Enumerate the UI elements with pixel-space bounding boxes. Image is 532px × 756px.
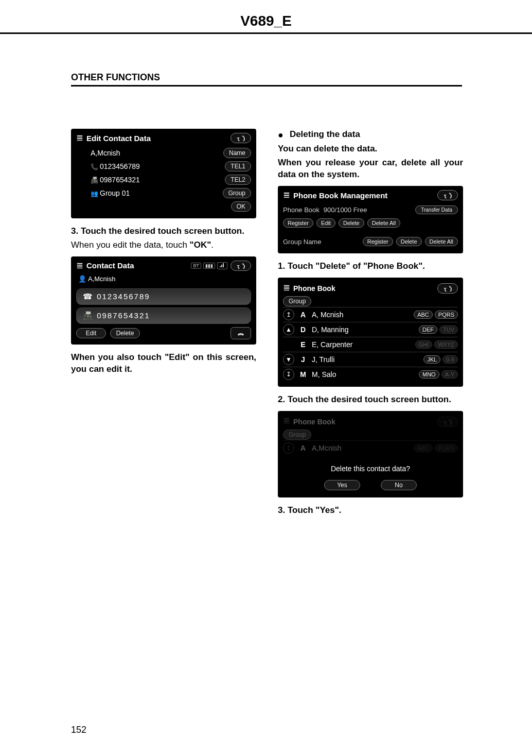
no-button[interactable]: No (381, 480, 417, 490)
scroll-down-icon[interactable]: ▼ (283, 354, 294, 365)
svg-rect-0 (77, 135, 83, 137)
contact-name: A,Mcnish (88, 275, 115, 283)
edit-row-ok: OK (76, 200, 251, 213)
back-button[interactable] (230, 261, 251, 271)
contact-tel2[interactable]: 📠 0987654321 (76, 307, 251, 324)
screen-title: Edit Contact Data (86, 134, 227, 143)
list-item[interactable]: ▼ J J, Trulli JKL0-9 (283, 352, 458, 367)
wxyz-button: WXYZ (434, 340, 458, 349)
contact-name: E, Carpenter (312, 340, 415, 349)
left-step-3-sub: When you edit the data, touch "OK". (71, 239, 256, 251)
free-count: 900/1000 Free (324, 206, 411, 214)
back-button[interactable] (437, 190, 458, 200)
bullet-deleting: ● Deleting the data (278, 129, 463, 141)
pqrs-button: PQRS (435, 444, 458, 452)
screen-title: Contact Data (86, 261, 188, 270)
tuv-button: TUV (439, 325, 458, 334)
group-button[interactable]: Group (223, 188, 251, 198)
transfer-data-button[interactable]: Transfer Data (415, 205, 458, 214)
svg-rect-13 (284, 421, 290, 422)
jkl-button[interactable]: JKL (423, 355, 440, 364)
groupname-label: Group Name (283, 238, 321, 246)
edit-row-tel2: 📠0987654321 TEL2 (76, 173, 251, 186)
person-icon: 👤 (78, 275, 86, 283)
scroll-top-icon[interactable]: ↥ (283, 309, 294, 320)
list-item[interactable]: ↥ A A, Mcnish ABCPQRS (283, 307, 458, 322)
right-p1: You can delete the data. (278, 143, 463, 155)
num-button: 0-9 (442, 355, 458, 364)
list-item[interactable]: ▲ D D, Manning DEFTUV (283, 322, 458, 337)
contact-name: A,Mcnish (312, 444, 414, 452)
grp-delete-button[interactable]: Delete (396, 237, 422, 246)
group-tab: Group (283, 429, 311, 440)
name-button[interactable]: Name (223, 148, 251, 158)
edit-button[interactable]: Edit (316, 218, 335, 228)
ay-button: A-Y (441, 370, 458, 379)
contact-name: D, Manning (312, 325, 419, 334)
phone-icon: 📞 (91, 163, 100, 170)
tel2-button[interactable]: TEL2 (225, 175, 251, 185)
edit-button[interactable]: Edit (76, 328, 106, 338)
letter: M (297, 370, 309, 379)
back-button[interactable] (437, 283, 458, 294)
letter: A (297, 444, 309, 452)
letter: E (297, 340, 309, 349)
grp-delete-all-button[interactable]: Delete All (425, 237, 458, 246)
right-step-2: 2. Touch the desired touch screen button… (278, 394, 463, 406)
grp-register-button[interactable]: Register (363, 237, 393, 246)
tel1-button[interactable]: TEL1 (225, 161, 251, 171)
group-icon: 👥 (91, 190, 100, 197)
screen-phonebook-mgmt: Phone Book Management Phone Book 900/100… (278, 186, 463, 253)
screen-phonebook-list: Phone Book Group ↥ A A, Mcnish ABCPQRS ▲… (278, 278, 463, 387)
name-value: A,Mcnish (76, 149, 209, 157)
ok-button[interactable]: OK (231, 201, 251, 212)
yes-button[interactable]: Yes (324, 480, 360, 490)
bullet-dot-icon: ● (278, 129, 283, 141)
group-tab[interactable]: Group (283, 296, 311, 306)
right-column: ● Deleting the data You can delete the d… (278, 129, 463, 519)
tel2-value: 0987654321 (100, 176, 140, 184)
left-column: Edit Contact Data A,Mcnish Name 📞0123456… (71, 124, 256, 377)
tel1-value: 0123456789 (97, 292, 150, 301)
svg-rect-3 (77, 263, 83, 265)
call-button[interactable] (230, 327, 251, 339)
delete-button[interactable]: Delete (110, 328, 140, 338)
tel1-value: 0123456789 (100, 162, 140, 170)
delete-button[interactable]: Delete (339, 218, 364, 228)
phone-icon: ☎ (83, 292, 94, 301)
abc-button[interactable]: ABC (414, 311, 433, 319)
list-item[interactable]: E E, Carpenter GHIWXYZ (283, 337, 458, 352)
group-value: Group 01 (100, 189, 130, 197)
abc-button: ABC (414, 444, 433, 452)
left-step-3: 3. Touch the desired touch screen button… (71, 226, 256, 237)
register-button[interactable]: Register (283, 218, 313, 228)
right-p2: When you release your car, delete all yo… (278, 157, 463, 181)
screen-title: Phone Book (293, 284, 434, 293)
left-note: When you also touch "Edit" on this scree… (71, 352, 256, 375)
scroll-bottom-icon[interactable]: ↧ (283, 369, 294, 380)
screen-confirm-delete: Phone Book Group ↥ A A,Mcnish ABCPQRS De… (278, 411, 463, 497)
edit-row-tel1: 📞0123456789 TEL1 (76, 160, 251, 173)
back-button (437, 417, 458, 427)
edit-row-name: A,Mcnish Name (76, 146, 251, 160)
list-icon (76, 262, 83, 269)
letter: D (297, 325, 309, 334)
svg-rect-2 (77, 140, 83, 141)
scroll-up-icon[interactable]: ▲ (283, 324, 294, 335)
svg-rect-14 (284, 423, 290, 424)
list-item: ↥ A A,Mcnish ABCPQRS (283, 440, 458, 455)
delete-all-button[interactable]: Delete All (367, 218, 400, 228)
fax-icon: 📠 (91, 177, 100, 184)
confirm-text: Delete this contact data? (283, 455, 458, 477)
contact-tel1[interactable]: ☎ 0123456789 (76, 288, 251, 305)
pqrs-button[interactable]: PQRS (435, 311, 458, 319)
mno-button[interactable]: MNO (419, 370, 439, 379)
page-number: 152 (71, 725, 86, 735)
bt-indicator: BT (191, 263, 201, 269)
svg-rect-1 (77, 138, 83, 139)
list-icon (283, 417, 290, 426)
def-button[interactable]: DEF (419, 325, 437, 334)
right-step-3: 3. Touch "Yes". (278, 505, 463, 517)
list-item[interactable]: ↧ M M, Salo MNOA-Y (283, 367, 458, 382)
back-button[interactable] (230, 133, 251, 143)
